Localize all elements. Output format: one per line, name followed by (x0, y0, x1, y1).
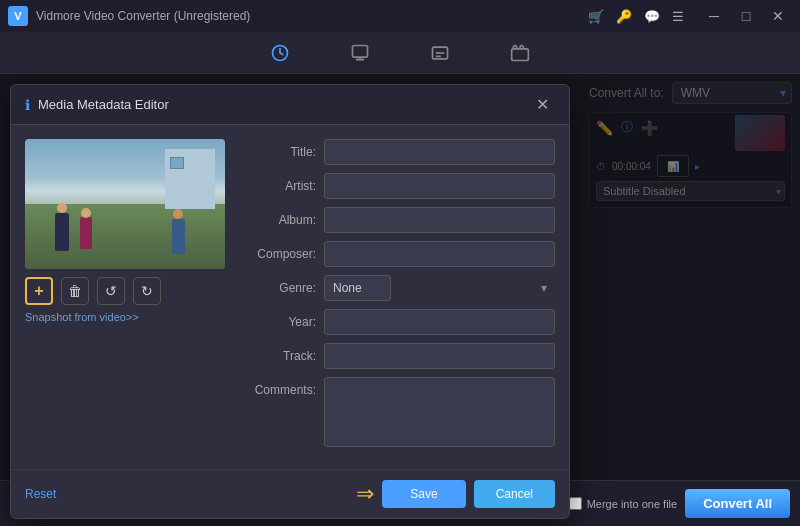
genre-row: Genre: None Pop Rock Jazz Classical (241, 275, 555, 301)
modal-overlay: ℹ Media Metadata Editor ✕ (0, 74, 800, 480)
tab-converter[interactable] (270, 43, 290, 63)
modal-header-left: ℹ Media Metadata Editor (25, 97, 169, 113)
nav-bar (0, 32, 800, 74)
comments-row: Comments: (241, 377, 555, 447)
svg-rect-1 (353, 45, 368, 57)
key-icon[interactable]: 🔑 (616, 9, 632, 24)
title-row: Title: (241, 139, 555, 165)
composer-row: Composer: (241, 241, 555, 267)
artist-input[interactable] (324, 173, 555, 199)
tab-subtitle[interactable] (430, 43, 450, 63)
redo-button[interactable]: ↻ (133, 277, 161, 305)
genre-select[interactable]: None Pop Rock Jazz Classical (324, 275, 391, 301)
undo-button[interactable]: ↺ (97, 277, 125, 305)
app-title: Vidmore Video Converter (Unregistered) (36, 9, 580, 23)
album-input[interactable] (324, 207, 555, 233)
snapshot-link[interactable]: Snapshot from video>> (25, 311, 225, 323)
album-row: Album: (241, 207, 555, 233)
thumbnail-panel: + 🗑 ↺ ↻ Snapshot from video>> (25, 139, 225, 455)
composer-input[interactable] (324, 241, 555, 267)
svg-rect-5 (512, 48, 529, 60)
year-input[interactable] (324, 309, 555, 335)
building-decoration (165, 149, 215, 209)
maximize-button[interactable]: □ (732, 6, 760, 26)
modal-footer: Reset ⇒ Save Cancel (11, 469, 569, 518)
chat-icon[interactable]: 💬 (644, 9, 660, 24)
cancel-button[interactable]: Cancel (474, 480, 555, 508)
delete-thumbnail-button[interactable]: 🗑 (61, 277, 89, 305)
close-button[interactable]: ✕ (764, 6, 792, 26)
arrow-hint-icon: ⇒ (356, 481, 374, 507)
title-bar: V Vidmore Video Converter (Unregistered)… (0, 0, 800, 32)
main-area: Convert All to: WMV ✏️ ⓘ ➕ (0, 74, 800, 480)
merge-checkbox[interactable] (569, 497, 582, 510)
window-controls: ─ □ ✕ (700, 6, 792, 26)
comments-textarea[interactable] (324, 377, 555, 447)
convert-all-button[interactable]: Convert All (685, 489, 790, 518)
minimize-button[interactable]: ─ (700, 6, 728, 26)
title-label: Title: (241, 145, 316, 159)
info-circle-icon: ℹ (25, 97, 30, 113)
merge-row: Merge into one file (569, 497, 678, 510)
track-label: Track: (241, 349, 316, 363)
person1-decoration (55, 213, 69, 251)
year-label: Year: (241, 315, 316, 329)
track-row: Track: (241, 343, 555, 369)
composer-label: Composer: (241, 247, 316, 261)
modal-title: Media Metadata Editor (38, 97, 169, 112)
thumbnail-scene (25, 139, 225, 269)
year-row: Year: (241, 309, 555, 335)
menu-icon[interactable]: ☰ (672, 9, 684, 24)
reset-button[interactable]: Reset (25, 487, 56, 501)
add-thumbnail-button[interactable]: + (25, 277, 53, 305)
title-input[interactable] (324, 139, 555, 165)
form-panel: Title: Artist: Album: Composer: (241, 139, 555, 455)
artist-row: Artist: (241, 173, 555, 199)
app-icon: V (8, 6, 28, 26)
cart-icon[interactable]: 🛒 (588, 9, 604, 24)
person3-decoration (172, 219, 185, 254)
modal-close-button[interactable]: ✕ (530, 93, 555, 116)
genre-select-wrapper: None Pop Rock Jazz Classical (324, 275, 555, 301)
merge-label: Merge into one file (587, 498, 678, 510)
genre-label: Genre: (241, 281, 316, 295)
person2-decoration (80, 217, 92, 249)
modal-header: ℹ Media Metadata Editor ✕ (11, 85, 569, 125)
track-input[interactable] (324, 343, 555, 369)
tab-editor[interactable] (350, 43, 370, 63)
comments-label: Comments: (241, 383, 316, 397)
thumbnail-controls: + 🗑 ↺ ↻ (25, 277, 225, 305)
modal-body: + 🗑 ↺ ↻ Snapshot from video>> Title: Art… (11, 125, 569, 469)
artist-label: Artist: (241, 179, 316, 193)
tab-toolbox[interactable] (510, 43, 530, 63)
album-label: Album: (241, 213, 316, 227)
save-button[interactable]: Save (382, 480, 465, 508)
metadata-editor-modal: ℹ Media Metadata Editor ✕ (10, 84, 570, 519)
thumbnail-image (25, 139, 225, 269)
